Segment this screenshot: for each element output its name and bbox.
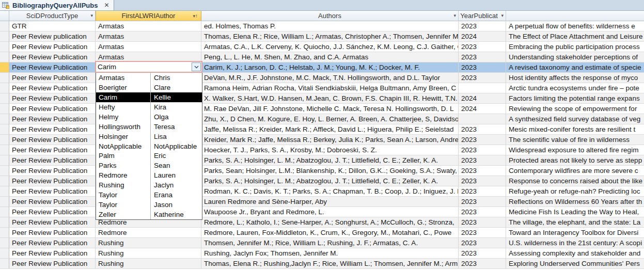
cell-yearpublication[interactable]: 2023 xyxy=(459,135,506,145)
cell-yearpublication[interactable] xyxy=(459,83,506,93)
tab-bibliography-query[interactable]: BibliographyQueryAllPubs ✕ xyxy=(0,0,114,10)
record-selector[interactable] xyxy=(0,248,9,259)
cell-yearpublication[interactable]: 2023 xyxy=(459,155,506,166)
cell-scidproducttype[interactable]: Peer Review Publication xyxy=(9,135,96,145)
cell-scidproducttype[interactable]: GTR xyxy=(9,21,96,31)
cell-authors[interactable]: Parks, Sean; Holsinger, L.M.; Blankenshi… xyxy=(201,166,459,176)
cell-authors[interactable]: Hoecker, T. J., Parks, S. A., Krosby, M.… xyxy=(201,145,459,155)
record-selector[interactable] xyxy=(0,207,9,217)
cell-yearpublication[interactable]: 2023 xyxy=(459,186,506,197)
cell-scidproducttype[interactable]: Peer Review Publication xyxy=(9,104,96,114)
cell-title[interactable]: Embracing the public participation proce… xyxy=(506,42,644,52)
cell-firstalwriauthor[interactable]: Redmore xyxy=(96,228,201,238)
author-dropdown-item[interactable]: ParksSean xyxy=(96,161,202,170)
record-selector[interactable] xyxy=(0,155,9,166)
cell-scidproducttype[interactable]: Peer Review Publication xyxy=(9,186,96,197)
cell-title[interactable]: Response to concerns raised about the li… xyxy=(506,176,644,186)
cell-yearpublication[interactable]: 2023 xyxy=(459,145,506,155)
author-dropdown-item[interactable]: HelmyOlga xyxy=(96,112,202,122)
record-selector[interactable] xyxy=(0,124,9,135)
cell-scidproducttype[interactable]: Peer Review Publication xyxy=(9,166,96,176)
cell-yearpublication[interactable]: 2023 xyxy=(459,73,506,83)
column-header-yearpublication[interactable]: YearPublicat ▾ xyxy=(459,11,506,21)
column-header-authors[interactable]: Authors ▾ xyxy=(201,11,459,21)
record-selector-header[interactable] xyxy=(0,11,9,21)
record-selector[interactable] xyxy=(0,135,9,145)
cell-firstalwriauthor[interactable]: Rushing xyxy=(96,259,201,269)
cell-title[interactable]: Widespread exposure to altered fire regi… xyxy=(506,145,644,155)
author-dropdown-item[interactable]: HeftyKira xyxy=(96,102,202,112)
record-selector[interactable] xyxy=(0,42,9,52)
cell-authors[interactable]: ed. Holmes, Thomas P. xyxy=(201,21,459,31)
cell-firstalwriauthor[interactable]: Armatas xyxy=(96,42,201,52)
cell-authors[interactable]: Thomas, Elena R.; Rice, William L.; Arma… xyxy=(201,31,459,42)
cell-yearpublication[interactable]: 2023 xyxy=(459,62,506,73)
cell-title[interactable]: Arctic tundra ecosystems under fire – po… xyxy=(506,83,644,93)
cell-yearpublication[interactable]: 2024 xyxy=(459,93,506,104)
cell-title[interactable]: Host identity affects the response of my… xyxy=(506,73,644,83)
record-selector[interactable] xyxy=(0,114,9,124)
cell-scidproducttype[interactable]: Peer Review Publication xyxy=(9,62,96,73)
cell-scidproducttype[interactable]: Peer Review Publication xyxy=(9,197,96,207)
cell-authors[interactable]: Lauren Redmore and Sène-Harper, Aby xyxy=(201,197,459,207)
filter-dropdown-icon[interactable]: ▾ xyxy=(90,13,93,18)
cell-scidproducttype[interactable]: Peer Review Publication xyxy=(9,228,96,238)
author-dropdown-item[interactable]: TaylorErana xyxy=(96,190,202,200)
cell-scidproducttype[interactable]: Peer Review Publication xyxy=(9,176,96,186)
cell-scidproducttype[interactable]: Peer Review Publication xyxy=(9,259,96,269)
cell-yearpublication[interactable]: 2023 xyxy=(459,248,506,259)
cell-title[interactable]: Medicine Fish Is Leading the Way to Heal… xyxy=(506,207,644,217)
cell-authors[interactable]: Armatas, C.A., L.K. Cerveny, K. Quiocho,… xyxy=(201,42,459,52)
cell-scidproducttype[interactable]: Peer Review Publication xyxy=(9,155,96,166)
author-dropdown-item[interactable]: NotApplicableNotApplicable xyxy=(96,141,202,151)
author-dropdown-item[interactable]: PalmEric xyxy=(96,151,202,161)
record-selector[interactable] xyxy=(0,52,9,62)
record-selector[interactable] xyxy=(0,166,9,176)
cell-title[interactable]: A perpetual flow of benefits: wilderness… xyxy=(506,21,644,31)
cell-yearpublication[interactable]: 2023 xyxy=(459,21,506,31)
cell-title[interactable]: Factors limiting the potential range exp… xyxy=(506,93,644,104)
record-selector[interactable] xyxy=(0,186,9,197)
cell-yearpublication[interactable]: 2024 xyxy=(459,31,506,42)
cell-yearpublication[interactable]: 2023 xyxy=(459,259,506,269)
cell-firstalwriauthor[interactable]: Rushing xyxy=(96,248,201,259)
cell-yearpublication[interactable]: 2023 xyxy=(459,217,506,228)
record-selector[interactable] xyxy=(0,176,9,186)
cell-scidproducttype[interactable]: Peer Review Publication xyxy=(9,93,96,104)
author-dropdown-item[interactable]: RedmoreLauren xyxy=(96,170,202,180)
record-selector[interactable] xyxy=(0,83,9,93)
cell-authors[interactable]: Waupoose Jr., Bryant and Redmore, L. xyxy=(201,207,459,217)
cell-title[interactable]: Protected areas not likely to serve as s… xyxy=(506,155,644,166)
cell-title[interactable]: A revised taxonomy and estimate of speci… xyxy=(506,62,644,73)
cell-title[interactable]: Contemporary wildfires are more severe c xyxy=(506,166,644,176)
record-selector[interactable] xyxy=(0,228,9,238)
cell-firstalwriauthor[interactable]: Armatas xyxy=(96,21,201,31)
cell-authors[interactable]: Carim, K. J.; Larson, D. C.; Helstab, J.… xyxy=(201,62,459,73)
cell-scidproducttype[interactable]: Peer Review Publication xyxy=(9,217,96,228)
cell-authors[interactable]: Zhu, X., D Chen, M. Kogure, E. Hoy, L. B… xyxy=(201,114,459,124)
cell-authors[interactable]: Ramona Heim, Adrian Rocha, Vitali Sendki… xyxy=(201,83,459,93)
cell-yearpublication[interactable]: 2023 xyxy=(459,238,506,248)
cell-authors[interactable]: Thomas, Elena R.; Rushing,Jaclyn F.; Ric… xyxy=(201,259,459,269)
record-selector[interactable] xyxy=(0,62,9,73)
cell-yearpublication[interactable]: 2023 xyxy=(459,228,506,238)
cell-title[interactable]: Reviewing the scope of empowerment for xyxy=(506,104,644,114)
cell-yearpublication[interactable]: 2023 xyxy=(459,42,506,52)
record-selector[interactable] xyxy=(0,21,9,31)
filter-dropdown-icon[interactable]: ▾ xyxy=(453,13,456,18)
cell-scidproducttype[interactable]: Peer Review Publication xyxy=(9,42,96,52)
author-dropdown-item[interactable]: TaylorJason xyxy=(96,200,202,210)
combo-value[interactable]: Carim xyxy=(96,63,192,71)
cell-title[interactable]: The scientific value of fire in wilderne… xyxy=(506,135,644,145)
cell-authors[interactable]: Redmore, Lauren, Fox-Middleton, K., Crum… xyxy=(201,228,459,238)
cell-title[interactable]: Toward an Interagency Toolbox for Divers… xyxy=(506,228,644,238)
cell-yearpublication[interactable]: 2023 xyxy=(459,166,506,176)
cell-yearpublication[interactable] xyxy=(459,114,506,124)
cell-title[interactable]: Exploring Underserved Communities' Pers xyxy=(506,259,644,269)
cell-authors[interactable]: Parks, S. A.; Holsinger, L. M.; Abatzogl… xyxy=(201,176,459,186)
record-selector[interactable] xyxy=(0,238,9,248)
author-dropdown-item[interactable]: HollingsworthTeresa xyxy=(96,122,202,132)
cell-title[interactable]: Refuge-yeah or refuge-nah? Predicting lo… xyxy=(506,186,644,197)
author-dropdown-item[interactable]: HolsingerLisa xyxy=(96,132,202,141)
cell-firstalwriauthor[interactable]: Rushing xyxy=(96,238,201,248)
